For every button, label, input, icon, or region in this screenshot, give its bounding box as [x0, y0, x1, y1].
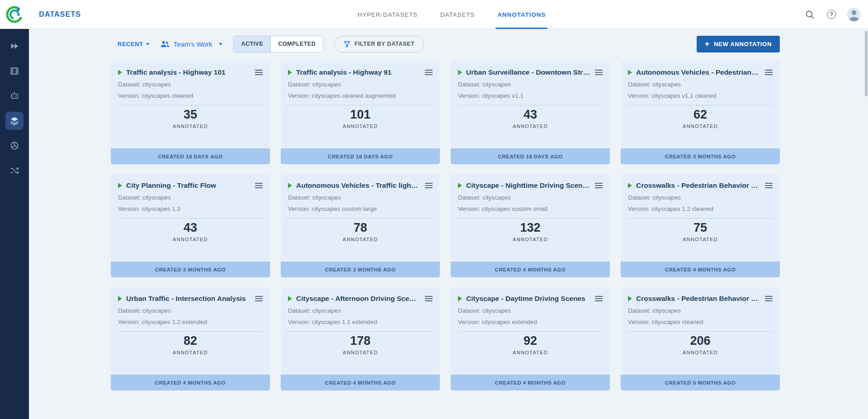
card-header: Urban Surveillance - Downtown Stre… [451, 61, 610, 76]
toolbar: RECENT Team's Work ACTIVE COMPLETED [111, 35, 780, 52]
card-header: Crosswalks - Pedestrian Behavior P… [621, 287, 780, 303]
scrollbar-thumb[interactable] [865, 31, 868, 96]
card-title: Cityscape - Nighttime Driving Scenes [466, 181, 590, 190]
filter-by-dataset-button[interactable]: FILTER BY DATASET [334, 36, 424, 52]
film-grid-icon[interactable] [5, 62, 24, 80]
annotation-cards-grid: Traffic analysis - Highway 101 Dataset: … [111, 61, 780, 390]
funnel-icon [344, 41, 350, 48]
card-title: Urban Surveillance - Downtown Stre… [466, 68, 590, 76]
card-title: City Planning - Traffic Flow [126, 181, 250, 190]
card-header: Urban Traffic - Intersection Analysis [111, 287, 270, 303]
app-logo[interactable] [0, 0, 29, 29]
help-icon[interactable]: ? [826, 9, 837, 20]
card-menu-icon[interactable] [254, 68, 264, 76]
card-divider [117, 105, 264, 105]
filter-label: FILTER BY DATASET [354, 41, 415, 47]
robot-icon[interactable] [5, 87, 24, 105]
card-menu-icon[interactable] [594, 295, 604, 303]
annotated-count: 82 [111, 334, 270, 348]
annotation-card[interactable]: Traffic analysis - Highway 101 Dataset: … [111, 61, 270, 164]
card-dataset-label: Dataset: cityscapes [281, 81, 440, 88]
card-menu-icon[interactable] [764, 181, 774, 190]
card-header: Autonomous Vehicles - Traffic light … [281, 174, 440, 190]
annotation-card[interactable]: City Planning - Traffic Flow Dataset: ci… [111, 174, 270, 277]
play-icon [288, 296, 292, 301]
play-icon [118, 296, 122, 301]
user-avatar-icon[interactable] [847, 8, 861, 21]
annotated-count: 75 [621, 221, 780, 235]
card-menu-icon[interactable] [764, 295, 774, 303]
card-header: Cityscape - Afternoon Driving Scenes [281, 287, 440, 303]
card-divider [457, 105, 604, 105]
card-title: Traffic analysis - Highway 101 [126, 68, 250, 76]
play-icon [118, 70, 122, 75]
card-menu-icon[interactable] [594, 181, 604, 190]
card-dataset-label: Dataset: cityscapes [111, 194, 270, 201]
card-menu-icon[interactable] [764, 68, 774, 76]
annotated-label: ANNOTATED [111, 350, 270, 355]
new-annotation-label: NEW ANNOTATION [714, 41, 772, 48]
new-annotation-button[interactable]: + NEW ANNOTATION [697, 36, 780, 52]
annotated-label: ANNOTATED [451, 237, 610, 242]
annotated-count: 132 [451, 221, 610, 235]
sphere-icon[interactable] [5, 137, 24, 155]
card-created-label: CREATED 4 MONTHS AGO [451, 375, 610, 390]
card-title: Autonomous Vehicles - Pedestrian … [636, 68, 760, 76]
annotated-count: 43 [451, 108, 610, 122]
toggle-completed[interactable]: COMPLETED [270, 36, 323, 52]
annotation-card[interactable]: Cityscape - Nighttime Driving Scenes Dat… [451, 174, 610, 277]
card-divider [117, 218, 264, 219]
layers-icon[interactable] [5, 112, 24, 130]
annotation-card[interactable]: Cityscape - Afternoon Driving Scenes Dat… [281, 287, 440, 390]
card-menu-icon[interactable] [424, 295, 434, 303]
status-toggle: ACTIVE COMPLETED [233, 36, 323, 52]
annotation-card[interactable]: Cityscape - Daytime Driving Scenes Datas… [451, 287, 610, 390]
tab-hyper-datasets[interactable]: HYPER-DATASETS [356, 0, 420, 29]
annotated-count: 92 [451, 334, 610, 348]
tab-annotations[interactable]: ANNOTATIONS [495, 0, 547, 29]
scope-dropdown[interactable]: Team's Work [160, 40, 222, 48]
annotation-card[interactable]: Autonomous Vehicles - Traffic light … Da… [281, 174, 440, 277]
play-icon [288, 70, 292, 75]
annotation-card[interactable]: Urban Surveillance - Downtown Stre… Data… [451, 61, 610, 164]
annotated-count: 178 [281, 334, 440, 348]
card-menu-icon[interactable] [594, 68, 604, 76]
annotated-count: 206 [621, 334, 780, 348]
annotated-label: ANNOTATED [451, 350, 610, 355]
annotated-label: ANNOTATED [621, 350, 780, 355]
card-title: Cityscape - Afternoon Driving Scenes [296, 295, 420, 303]
card-title: Cityscape - Daytime Driving Scenes [466, 295, 590, 303]
card-version-label: Version: cityscapes cleaned [621, 319, 780, 325]
annotation-card[interactable]: Urban Traffic - Intersection Analysis Da… [111, 287, 270, 390]
annotation-card[interactable]: Autonomous Vehicles - Pedestrian … Datas… [621, 61, 780, 164]
card-divider [457, 218, 604, 219]
card-menu-icon[interactable] [424, 181, 434, 190]
pipelines-icon[interactable] [5, 162, 24, 180]
card-menu-icon[interactable] [424, 68, 434, 76]
annotated-count: 78 [281, 221, 440, 235]
card-divider [627, 105, 774, 105]
sort-dropdown[interactable]: RECENT [118, 41, 150, 48]
card-dataset-label: Dataset: cityscapes [451, 81, 610, 88]
search-icon[interactable] [804, 9, 816, 20]
card-dataset-label: Dataset: cityscapes [111, 307, 270, 314]
card-dataset-label: Dataset: cityscapes [451, 307, 610, 314]
card-menu-icon[interactable] [254, 295, 264, 303]
card-created-label: CREATED 4 MONTHS AGO [281, 375, 440, 390]
annotation-card[interactable]: Crosswalks - Pedestrian Behavior P… Data… [621, 287, 780, 390]
card-menu-icon[interactable] [254, 181, 264, 190]
play-icon [628, 183, 632, 188]
play-icon [458, 296, 462, 301]
card-header: City Planning - Traffic Flow [111, 174, 270, 190]
toggle-active[interactable]: ACTIVE [234, 36, 270, 52]
logo-icon [5, 5, 24, 24]
card-version-label: Version: cityscapes 1.2 cleaned [621, 205, 780, 212]
annotation-card[interactable]: Crosswalks - Pedestrian Behavior P… Data… [621, 174, 780, 277]
card-divider [287, 331, 434, 332]
top-bar: DATASETS HYPER-DATASETSDATASETSANNOTATIO… [0, 0, 868, 29]
scope-dropdown-label: Team's Work [173, 40, 212, 48]
annotation-card[interactable]: Traffic analysis - Highway 91 Dataset: c… [281, 61, 440, 164]
fast-forward-icon[interactable] [5, 37, 24, 55]
chevron-down-icon [219, 43, 222, 45]
tab-datasets[interactable]: DATASETS [439, 0, 476, 29]
